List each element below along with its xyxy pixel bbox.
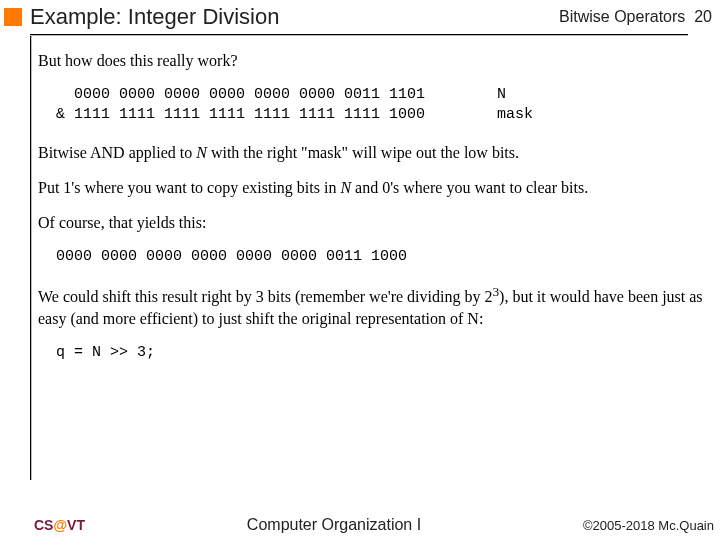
variable-n: N	[340, 179, 351, 196]
text-run: with the right "mask" will wipe out the …	[207, 144, 519, 161]
code-block-and: 0000 0000 0000 0000 0000 0000 0011 1101 …	[56, 85, 708, 126]
vertical-rule	[30, 36, 32, 480]
intro-text: But how does this really work?	[38, 50, 708, 71]
paragraph: Of course, that yields this:	[38, 212, 708, 233]
code-line: & 1111 1111 1111 1111 1111 1111 1111 100…	[56, 106, 533, 123]
slide-footer: CS@VT Computer Organization I ©2005-2018…	[0, 516, 720, 534]
code-block-result: 0000 0000 0000 0000 0000 0000 0011 1000	[56, 247, 708, 267]
paragraph: Bitwise AND applied to N with the right …	[38, 142, 708, 163]
text-run: Bitwise AND applied to	[38, 144, 196, 161]
slide-title: Example: Integer Division	[30, 4, 279, 30]
page-number: 20	[694, 8, 712, 25]
slide-content: But how does this really work? 0000 0000…	[38, 50, 708, 482]
header-left: Example: Integer Division	[4, 4, 279, 30]
chapter-label: Bitwise Operators 20	[559, 8, 712, 26]
course-title: Computer Organization I	[247, 516, 421, 534]
paragraph: We could shift this result right by 3 bi…	[38, 283, 708, 329]
code-block-shift: q = N >> 3;	[56, 343, 708, 363]
logo-at: @	[53, 517, 67, 533]
logo-cs: CS	[34, 517, 53, 533]
text-run: and 0's where you want to clear bits.	[351, 179, 588, 196]
code-line: 0000 0000 0000 0000 0000 0000 0011 1101 …	[56, 86, 506, 103]
chapter-name: Bitwise Operators	[559, 8, 685, 25]
paragraph: Put 1's where you want to copy existing …	[38, 177, 708, 198]
text-run: We could shift this result right by 3 bi…	[38, 289, 492, 306]
logo-vt: VT	[67, 517, 85, 533]
bullet-icon	[4, 8, 22, 26]
variable-n: N	[196, 144, 207, 161]
logo-csvt: CS@VT	[34, 517, 85, 533]
horizontal-rule	[30, 34, 688, 36]
copyright: ©2005-2018 Mc.Quain	[583, 518, 714, 533]
slide-header: Example: Integer Division Bitwise Operat…	[0, 0, 720, 30]
text-run: Put 1's where you want to copy existing …	[38, 179, 340, 196]
